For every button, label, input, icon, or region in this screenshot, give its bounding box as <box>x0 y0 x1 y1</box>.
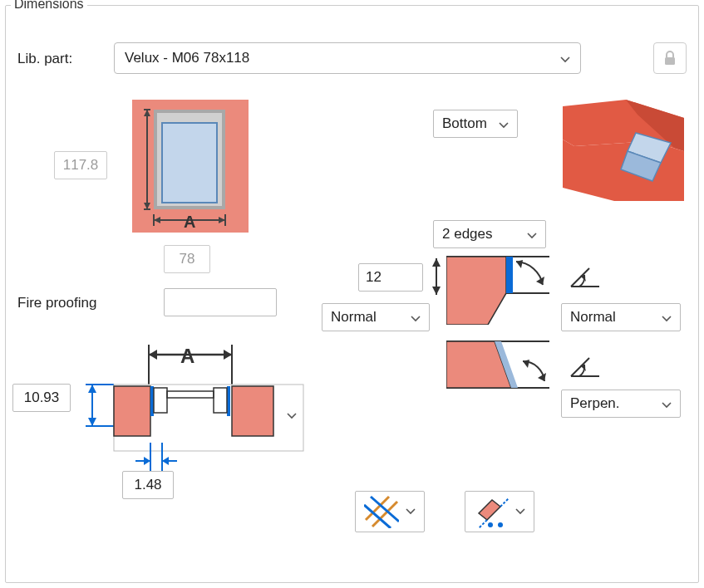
lib-part-select[interactable]: Velux - M06 78x118 <box>114 42 581 74</box>
connection-type-select[interactable] <box>465 491 534 532</box>
wall-gap-input[interactable]: 1.48 <box>122 471 174 499</box>
svg-line-51 <box>500 498 509 507</box>
hatch-pattern-select[interactable] <box>355 491 425 532</box>
lock-icon <box>662 50 677 66</box>
hatch-pattern-icon <box>364 495 399 528</box>
roof-3d-preview-icon <box>563 100 684 201</box>
chevron-down-icon <box>560 53 570 67</box>
group-title: Dimensions <box>11 0 87 12</box>
lib-part-label: Lib. part: <box>17 51 72 67</box>
section-preview-icon: A <box>77 336 305 486</box>
width-field: 78 <box>164 245 210 273</box>
width-value: 78 <box>180 251 195 267</box>
lock-button[interactable] <box>653 42 687 74</box>
connection-type-icon <box>474 495 509 528</box>
height-field: 117.8 <box>54 151 107 179</box>
fire-proofing-label: Fire proofing <box>17 295 96 311</box>
svg-point-52 <box>488 522 493 527</box>
angle-top-icon <box>569 265 601 290</box>
svg-point-53 <box>498 522 503 527</box>
lib-part-value: Velux - M06 78x118 <box>125 50 249 66</box>
edges-value: 2 edges <box>442 226 493 243</box>
svg-rect-20 <box>114 386 150 436</box>
chevron-down-icon <box>499 119 509 133</box>
top-cut-preview-icon <box>446 252 549 325</box>
bottom-angle-select[interactable]: Perpen. <box>561 390 681 418</box>
dimensions-group: Dimensions Lib. part: Velux - M06 78x118… <box>5 5 699 583</box>
top-angle-select[interactable]: Normal <box>561 303 681 331</box>
svg-text:A: A <box>180 345 194 367</box>
top-cut-value: Normal <box>331 309 377 326</box>
edge-offset-input[interactable]: 12 <box>358 263 423 292</box>
anchor-select[interactable]: Bottom <box>433 110 518 138</box>
svg-line-50 <box>479 520 487 528</box>
top-angle-value: Normal <box>570 309 616 326</box>
edge-offset-value: 12 <box>366 269 382 286</box>
chevron-down-icon <box>406 505 416 519</box>
svg-marker-49 <box>479 500 500 520</box>
chevron-down-icon <box>662 312 672 326</box>
chevron-down-icon <box>662 399 672 413</box>
offset-dim-icon <box>426 253 446 300</box>
edges-select[interactable]: 2 edges <box>433 220 546 248</box>
bottom-angle-value: Perpen. <box>570 395 620 412</box>
reveal-depth-input[interactable]: 10.93 <box>12 384 71 412</box>
fire-proofing-input[interactable] <box>164 288 277 316</box>
anchor-value: Bottom <box>442 115 487 132</box>
height-value: 117.8 <box>63 157 99 174</box>
chevron-down-icon <box>527 229 537 243</box>
bottom-cut-preview-icon <box>446 336 549 394</box>
svg-rect-4 <box>162 123 217 203</box>
svg-rect-21 <box>232 386 273 436</box>
svg-text:A: A <box>184 213 195 231</box>
svg-rect-0 <box>665 57 675 65</box>
window-preview-icon: A <box>132 100 249 233</box>
svg-rect-40 <box>506 257 513 293</box>
chevron-down-icon <box>411 312 421 326</box>
reveal-depth-value: 10.93 <box>24 390 60 406</box>
svg-marker-39 <box>446 257 506 325</box>
top-cut-select[interactable]: Normal <box>322 303 430 331</box>
wall-gap-value: 1.48 <box>134 477 161 493</box>
section-preview-select[interactable] <box>287 409 297 424</box>
section-preview-container: A <box>77 336 305 486</box>
chevron-down-icon <box>515 505 525 519</box>
angle-bottom-icon <box>569 355 601 380</box>
